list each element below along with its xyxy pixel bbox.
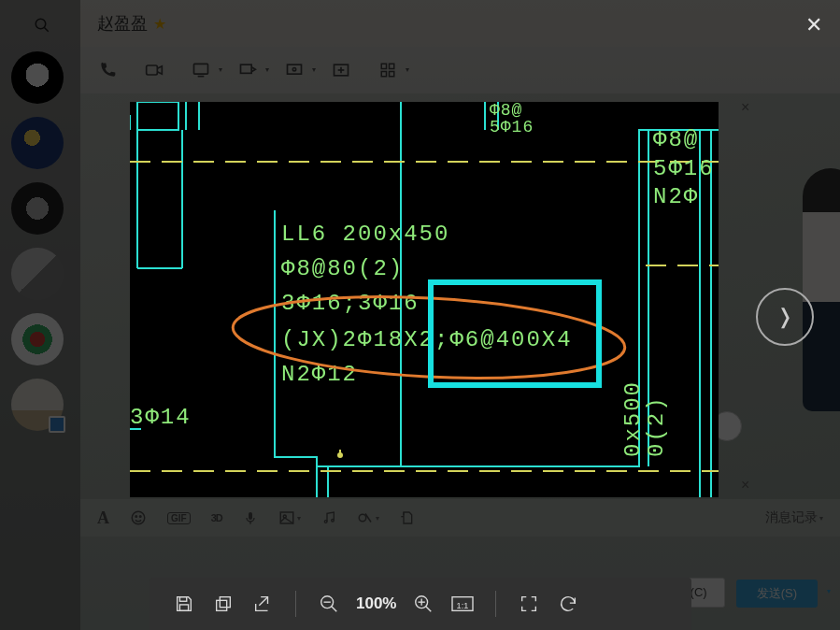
zoom-level: 100% xyxy=(349,594,404,613)
cad-label: 0x500 xyxy=(620,380,646,457)
rotate-icon[interactable] xyxy=(548,584,588,623)
zoom-out-icon[interactable] xyxy=(309,584,349,623)
svg-point-44 xyxy=(337,452,343,458)
zoom-in-icon[interactable] xyxy=(404,584,443,623)
cad-label: 3Φ14 xyxy=(130,405,192,430)
cad-label: N2Φ xyxy=(653,184,699,209)
viewer-toolbar: 100% 1:1 xyxy=(149,578,691,630)
fullscreen-icon[interactable] xyxy=(509,584,548,623)
cad-label: Φ8@80(2) xyxy=(281,256,404,281)
svg-text:1:1: 1:1 xyxy=(457,601,469,610)
svg-line-49 xyxy=(259,597,267,606)
image-viewer-stage[interactable]: LL6 200x450 Φ8@80(2) 3Φ16;3Φ16 (JX)2Φ18X… xyxy=(130,102,719,497)
svg-rect-28 xyxy=(137,102,178,130)
svg-rect-45 xyxy=(179,597,186,602)
svg-rect-47 xyxy=(217,600,227,610)
cad-label: Φ8@ xyxy=(653,127,699,152)
actual-size-icon[interactable]: 1:1 xyxy=(443,584,482,623)
cad-label: 3Φ16;3Φ16 xyxy=(281,291,420,316)
cad-label: (JX)2Φ18X2;Φ6@400X4 xyxy=(281,327,573,352)
save-icon[interactable] xyxy=(164,584,204,623)
svg-line-54 xyxy=(426,607,432,612)
svg-line-51 xyxy=(332,607,337,612)
cad-label: LL6 200x450 xyxy=(281,222,449,247)
svg-rect-48 xyxy=(220,597,230,608)
share-icon[interactable] xyxy=(243,584,282,623)
cad-drawing: LL6 200x450 Φ8@80(2) 3Φ16;3Φ16 (JX)2Φ18X… xyxy=(130,102,719,497)
copy-icon[interactable] xyxy=(204,584,243,623)
cad-label: 5Φ16 xyxy=(653,156,715,181)
cad-label: 5Φ16 xyxy=(490,118,534,136)
svg-rect-46 xyxy=(179,605,188,610)
cad-label: 0(2) xyxy=(644,395,669,457)
viewer-close-button[interactable]: ✕ xyxy=(801,13,827,39)
viewer-next-button[interactable]: ❭ xyxy=(756,288,814,346)
